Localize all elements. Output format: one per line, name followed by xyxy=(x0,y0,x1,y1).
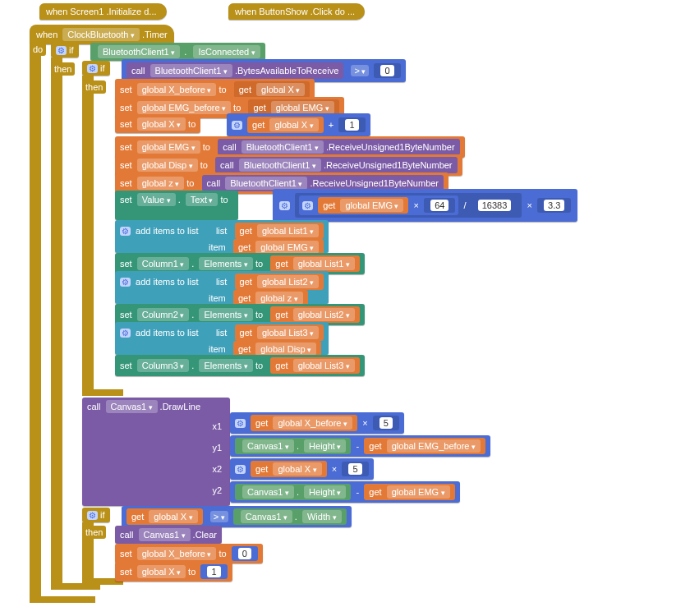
gear-icon[interactable] xyxy=(56,45,69,55)
add-items-list2[interactable]: add items to list list get global List2 … xyxy=(115,271,329,304)
gear-icon[interactable] xyxy=(279,200,292,210)
arm-then1 xyxy=(51,57,62,585)
call-drawline[interactable]: call Canvas1 .DrawLine x1 y1 x2 y2 xyxy=(82,398,230,506)
gear-icon[interactable] xyxy=(120,277,133,287)
label-then3: then xyxy=(82,526,106,539)
gear-icon[interactable] xyxy=(302,200,315,210)
set-value-text[interactable]: set Value . Text to xyxy=(115,191,238,220)
label-x1: x1 xyxy=(87,421,225,431)
label-do: do xyxy=(30,43,46,56)
event-buttonshow-click[interactable]: when ButtonShow .Click do ... xyxy=(228,3,365,20)
drawline-x1[interactable]: get global X_before × 5 xyxy=(230,412,404,434)
event-screen1-init[interactable]: when Screen1 .Initialize d... xyxy=(39,3,167,20)
if-block-3[interactable]: if xyxy=(82,508,110,522)
arm-do xyxy=(30,39,41,598)
label-x2: x2 xyxy=(87,464,225,474)
gear-icon[interactable] xyxy=(235,418,248,428)
call-clear[interactable]: call Canvas1 .Clear xyxy=(115,526,222,544)
op-gt[interactable]: > xyxy=(351,65,369,76)
set-xbefore-0[interactable]: set global X_before to 0 xyxy=(115,544,263,563)
if-block-2[interactable]: if xyxy=(82,61,110,76)
label-then1: then xyxy=(51,62,75,76)
add-items-list1[interactable]: add items to list list get global List1 … xyxy=(115,220,329,253)
num-zero: 0 xyxy=(374,63,400,78)
gear-icon[interactable] xyxy=(87,63,100,73)
arm-then2-foot xyxy=(82,389,123,396)
gear-icon[interactable] xyxy=(120,328,133,338)
arm-do-foot xyxy=(30,596,95,603)
set-x-inc[interactable]: set global X to xyxy=(115,115,200,133)
add-items-list3[interactable]: add items to list list get global List3 … xyxy=(115,322,329,355)
dropdown-btclient1[interactable]: BluetoothClient1 xyxy=(98,45,180,58)
math-value[interactable]: get global EMG × 64 / 16383 × 3.3 xyxy=(273,189,577,222)
math-x-plus-1[interactable]: get global X + 1 xyxy=(227,113,370,136)
if-block-1[interactable]: if xyxy=(51,43,79,57)
cond-width[interactable]: get global X > Canvas1 . Width xyxy=(122,506,352,527)
dropdown-clockbluetooth[interactable]: ClockBluetooth xyxy=(62,28,140,41)
drawline-x2[interactable]: get global X × 5 xyxy=(230,458,374,480)
set-x-1[interactable]: set global X to 1 xyxy=(115,562,232,582)
gear-icon[interactable] xyxy=(235,464,248,474)
event-clocktimer[interactable]: when ClockBluetooth .Timer xyxy=(30,25,174,44)
label-then2: then xyxy=(82,80,106,94)
cond-isconnected[interactable]: BluetoothClient1 . IsConnected xyxy=(90,43,265,61)
gear-icon[interactable] xyxy=(87,510,100,520)
gear-icon[interactable] xyxy=(120,226,133,236)
drawline-y1[interactable]: Canvas1 . Height - get global EMG_before xyxy=(230,435,490,457)
dropdown-btclient[interactable]: BluetoothClient1 xyxy=(150,64,232,77)
label-y1: y1 xyxy=(87,443,225,453)
set-col3[interactable]: set Column3 . Elements to get global Lis… xyxy=(115,355,365,376)
drawline-y2[interactable]: Canvas1 . Height - get global EMG xyxy=(230,481,460,503)
gear-icon[interactable] xyxy=(232,120,245,130)
dropdown-isconnected[interactable]: IsConnected xyxy=(193,45,260,58)
call-block: call BluetoothClient1 .BytesAvailableToR… xyxy=(126,62,343,79)
label-y2: y2 xyxy=(87,485,225,495)
arm-then2 xyxy=(82,76,94,391)
